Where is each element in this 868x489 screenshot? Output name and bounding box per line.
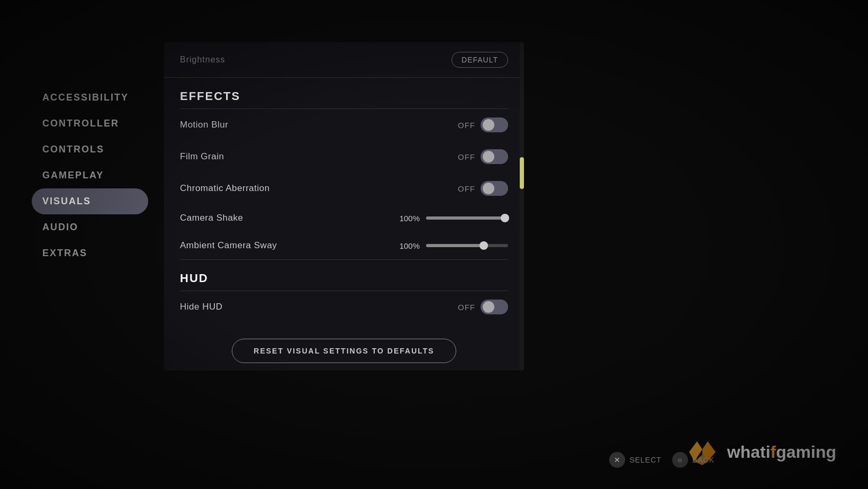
hide-hud-label: Hide HUD: [180, 302, 223, 312]
sidebar-item-extras[interactable]: EXTRAS: [32, 240, 148, 266]
film-grain-toggle-knob: [483, 151, 494, 162]
bottom-nav-buttons: ✕ SELECT ○ BACK: [609, 452, 715, 468]
back-button[interactable]: ○ BACK: [672, 452, 715, 468]
effects-header: EFFECTS: [164, 78, 524, 108]
film-grain-control: OFF: [458, 149, 508, 164]
hide-hud-control: OFF: [458, 300, 508, 314]
ambient-camera-sway-fill: [426, 244, 484, 247]
sidebar-item-accessibility[interactable]: ACCESSIBILITY: [32, 85, 148, 111]
camera-shake-thumb[interactable]: [501, 214, 509, 222]
motion-blur-label: Motion Blur: [180, 120, 228, 130]
hide-hud-row: Hide HUD OFF: [164, 291, 524, 323]
chromatic-aberration-toggle-knob: [483, 183, 494, 194]
brightness-label: Brightness: [180, 55, 225, 65]
back-icon: ○: [672, 452, 688, 468]
motion-blur-value: OFF: [458, 121, 475, 130]
reset-button-wrapper: RESET VISUAL SETTINGS TO DEFAULTS: [164, 323, 524, 370]
hud-header: HUD: [164, 260, 524, 291]
camera-shake-fill: [426, 216, 508, 220]
chromatic-aberration-control: OFF: [458, 181, 508, 196]
sidebar-item-visuals[interactable]: VISUALS: [32, 188, 148, 214]
select-button[interactable]: ✕ SELECT: [609, 452, 661, 468]
hide-hud-value: OFF: [458, 303, 475, 312]
settings-panel: Brightness DEFAULT EFFECTS Motion Blur O…: [164, 42, 524, 370]
ambient-camera-sway-thumb[interactable]: [480, 241, 488, 250]
back-label: BACK: [692, 456, 715, 464]
sidebar-item-controls[interactable]: CONTROLS: [32, 137, 148, 162]
brand-name: whatifgaming: [727, 442, 836, 462]
film-grain-toggle[interactable]: [481, 149, 508, 164]
camera-shake-control: 100%: [396, 214, 508, 223]
sidebar-item-controller[interactable]: CONTROLLER: [32, 111, 148, 137]
chromatic-aberration-value: OFF: [458, 184, 475, 193]
reset-visual-settings-button[interactable]: RESET VISUAL SETTINGS TO DEFAULTS: [232, 339, 456, 363]
camera-shake-label: Camera Shake: [180, 213, 243, 223]
brightness-row: Brightness DEFAULT: [164, 42, 524, 78]
camera-shake-value: 100%: [396, 214, 420, 223]
chromatic-aberration-label: Chromatic Aberration: [180, 183, 270, 194]
sidebar: ACCESSIBILITY CONTROLLER CONTROLS GAMEPL…: [32, 85, 148, 266]
select-icon: ✕: [609, 452, 625, 468]
scrollbar[interactable]: [520, 42, 524, 370]
film-grain-label: Film Grain: [180, 151, 224, 162]
motion-blur-toggle-knob: [483, 119, 494, 131]
ambient-camera-sway-row: Ambient Camera Sway 100%: [164, 232, 524, 259]
sidebar-item-audio[interactable]: AUDIO: [32, 214, 148, 240]
film-grain-row: Film Grain OFF: [164, 141, 524, 173]
camera-shake-slider[interactable]: [426, 216, 508, 220]
motion-blur-toggle[interactable]: [481, 117, 508, 132]
ambient-camera-sway-value: 100%: [396, 241, 420, 250]
camera-shake-row: Camera Shake 100%: [164, 204, 524, 232]
chromatic-aberration-toggle[interactable]: [481, 181, 508, 196]
ambient-camera-sway-control: 100%: [396, 241, 508, 250]
motion-blur-control: OFF: [458, 117, 508, 132]
ambient-camera-sway-slider[interactable]: [426, 244, 508, 247]
scrollbar-thumb[interactable]: [520, 157, 524, 189]
brightness-default-button[interactable]: DEFAULT: [451, 52, 508, 68]
ambient-camera-sway-label: Ambient Camera Sway: [180, 240, 277, 251]
hide-hud-toggle[interactable]: [481, 300, 508, 314]
chromatic-aberration-row: Chromatic Aberration OFF: [164, 173, 524, 204]
hide-hud-toggle-knob: [483, 301, 494, 313]
motion-blur-row: Motion Blur OFF: [164, 109, 524, 141]
film-grain-value: OFF: [458, 152, 475, 161]
select-label: SELECT: [629, 456, 661, 464]
sidebar-item-gameplay[interactable]: GAMEPLAY: [32, 162, 148, 188]
